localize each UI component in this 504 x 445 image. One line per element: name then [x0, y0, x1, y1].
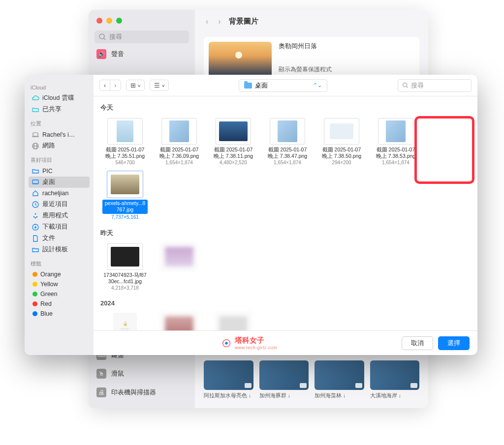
updown-icon: ⌃⌄: [313, 82, 322, 89]
file-thumb: [107, 243, 143, 270]
watermark: 塔科女子 www.tech-girlz.com: [221, 336, 278, 350]
sidebar-tag-green[interactable]: Green: [29, 289, 90, 299]
sidebar-item-shared[interactable]: 已共享: [29, 104, 90, 115]
chevron-down-icon: ⅴ: [138, 83, 140, 88]
sidebar-item-icloud-drive[interactable]: iCloud 雲碟: [29, 92, 90, 104]
file-thumb: [107, 118, 143, 145]
desktop-icon: [32, 178, 39, 186]
forward-icon[interactable]: ›: [110, 80, 120, 90]
tag-dot-icon: [32, 311, 37, 316]
nav-buttons[interactable]: ‹›: [99, 80, 121, 91]
folder-shared-icon: [32, 106, 39, 114]
grid-icon: ⊞: [130, 82, 136, 89]
location-popup[interactable]: 桌面 ⌃⌄: [239, 79, 327, 92]
settings-title: 背景圖片: [229, 17, 258, 26]
file-item[interactable]: 截圖 2025-01-07 晚上 7.38.53.png1,654×1,874: [371, 116, 420, 167]
sidebar-item-home[interactable]: racheljian: [29, 188, 90, 199]
sidebar-item-network[interactable]: 網路: [29, 140, 90, 151]
sidebar-item-desktop[interactable]: 桌面: [29, 177, 90, 188]
tag-dot-icon: [32, 282, 37, 287]
file-thumb: [107, 171, 143, 198]
view-icons-button[interactable]: ⊞ⅴ: [126, 80, 145, 91]
tag-dot-icon: [32, 301, 37, 306]
window-controls[interactable]: [94, 16, 189, 30]
group-label-2024: 2024: [100, 299, 471, 307]
wallpaper-item[interactable]: 大溪地海岸 ↓: [370, 360, 420, 399]
finder-footer: 塔科女子 www.tech-girlz.com 取消 選擇: [94, 330, 477, 355]
back-icon[interactable]: ‹: [204, 17, 210, 26]
file-item[interactable]: 1734074923-马f8730ec...fcd1.jpg4,218×3,71…: [100, 241, 150, 293]
sidebar-section-tags: 標籤: [31, 260, 88, 267]
group-button[interactable]: ☰ⅴ: [150, 80, 169, 91]
svg-line-12: [407, 87, 408, 88]
wallpaper-item[interactable]: 加州海藻林 ↓: [315, 360, 364, 399]
file-grid: 截圖 2025-01-07 晚上 7.35.51.png546×700 截圖 2…: [100, 116, 471, 222]
settings-item-mouse[interactable]: 🖱滑鼠: [94, 366, 189, 382]
group-icon: ☰: [154, 82, 160, 89]
search-placeholder: 搜尋: [109, 32, 122, 41]
close-icon[interactable]: [96, 18, 102, 24]
clock-icon: [32, 201, 39, 208]
wallpaper-item[interactable]: 加州海豚群 ↓: [259, 360, 309, 399]
sidebar-item-pic[interactable]: PIC: [29, 166, 90, 177]
file-grid: 🔒PDF20251129簡x芸 1223842827-1-19: [100, 311, 471, 330]
sidebar-section-locations: 位置: [31, 120, 88, 127]
file-thumb: [216, 313, 251, 330]
settings-search[interactable]: 搜尋: [94, 30, 189, 43]
sidebar-item-apps[interactable]: 應用程式: [29, 210, 90, 221]
file-item[interactable]: 截圖 2025-01-07 晚上 7.38.47.png1,654×1,874: [263, 116, 312, 167]
group-label-yesterday: 昨天: [100, 229, 471, 237]
sidebar-item-recents[interactable]: 最近項目: [29, 199, 90, 210]
file-item[interactable]: 🔒PDF20251129簡x芸: [100, 311, 150, 330]
globe-icon: [32, 142, 39, 150]
file-item[interactable]: 截圖 2025-01-07 晚上 7.38.11.png4,480×2,520: [209, 116, 258, 167]
sidebar-item-documents[interactable]: 文件: [29, 233, 90, 244]
sidebar-item-downloads[interactable]: 下載項目: [29, 221, 90, 233]
cloud-icon: [32, 94, 39, 102]
file-item[interactable]: 截圖 2025-01-07 晚上 7.38.50.png294×200: [317, 116, 366, 167]
sidebar-tag-red[interactable]: Red: [29, 299, 90, 309]
folder-icon: [244, 83, 252, 89]
search-placeholder: 搜尋: [411, 81, 424, 90]
finder-sidebar: iCloud iCloud 雲碟 已共享 位置 Rachel's i… 網路 喜…: [25, 75, 94, 355]
file-item[interactable]: [209, 311, 258, 330]
file-item[interactable]: 1223842827-1-19: [155, 311, 204, 330]
printer-icon: 🖨: [96, 387, 106, 397]
sidebar-tag-orange[interactable]: Orange: [29, 269, 90, 279]
settings-item-sound[interactable]: 🔊 聲音: [94, 46, 189, 62]
screensaver-label: 顯示為螢幕保護程式: [279, 65, 332, 74]
svg-point-11: [403, 83, 407, 87]
file-thumb: [216, 118, 251, 145]
file-thumb: [161, 118, 197, 145]
choose-button[interactable]: 選擇: [438, 336, 470, 350]
folder-icon: [32, 167, 39, 175]
sidebar-tag-blue[interactable]: Blue: [29, 309, 90, 319]
sidebar-item-computer[interactable]: Rachel's i…: [29, 129, 90, 140]
search-icon: [98, 33, 106, 41]
sidebar-item-templates[interactable]: 設計模板: [29, 244, 90, 255]
svg-line-1: [104, 38, 105, 40]
file-item[interactable]: 截圖 2025-01-07 晚上 7.35.51.png546×700: [100, 116, 150, 167]
file-item-selected[interactable]: pexels-ahmety...8767.jpg7,737×5,161: [100, 169, 150, 221]
finder-content[interactable]: 今天 截圖 2025-01-07 晚上 7.35.51.png546×700 截…: [94, 96, 477, 330]
sidebar-tag-yellow[interactable]: Yellow: [29, 279, 90, 289]
svg-point-14: [225, 342, 228, 345]
zoom-icon[interactable]: [116, 18, 122, 24]
finder-open-dialog: iCloud iCloud 雲碟 已共享 位置 Rachel's i… 網路 喜…: [25, 75, 477, 355]
back-icon[interactable]: ‹: [100, 80, 110, 90]
apps-icon: [32, 212, 39, 220]
minimize-icon[interactable]: [106, 18, 112, 24]
settings-item-printer[interactable]: 🖨印表機與掃描器: [94, 385, 189, 400]
wallpaper-preview-thumb: [209, 42, 272, 77]
forward-icon[interactable]: ›: [216, 17, 222, 26]
laptop-icon: [32, 131, 39, 139]
svg-rect-2: [33, 133, 38, 136]
wallpaper-item[interactable]: 阿拉斯加水母亮色 ↓: [204, 360, 253, 399]
finder-search[interactable]: 搜尋: [398, 79, 472, 92]
file-thumb: [378, 118, 413, 145]
cancel-button[interactable]: 取消: [402, 336, 433, 350]
download-icon: [32, 223, 39, 231]
file-item[interactable]: 截圖 2025-01-07 晚上 7.36.09.png1,654×1,874: [155, 116, 204, 167]
chevron-down-icon: ⅴ: [162, 83, 164, 88]
file-item[interactable]: [155, 241, 204, 293]
